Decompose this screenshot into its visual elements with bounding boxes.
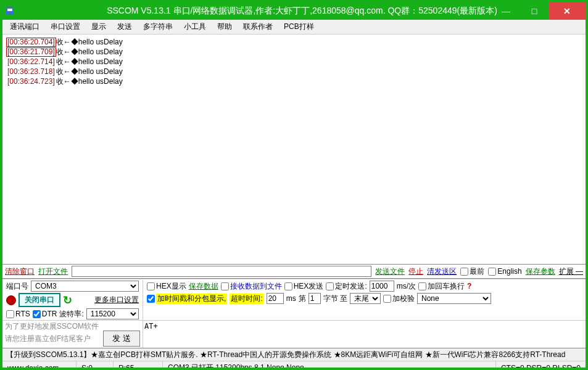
nth-byte-input[interactable] [308,293,321,304]
log-line: [00:36:20.704]收←◆hello usDelay [6,37,582,47]
expand-button[interactable]: 扩展 — [559,266,583,277]
timestamp-checkbox[interactable]: 加时间戳和分包显示, [147,294,227,304]
end-select[interactable]: 末尾 [350,293,381,304]
app-icon [5,6,15,16]
timer-interval-input[interactable] [370,281,394,292]
timer-send-checkbox[interactable]: 定时发送: [326,281,366,292]
menu-multistring[interactable]: 多字符串 [138,20,178,33]
status-com: COM3 已打开 115200bps,8,1,None,None [163,361,496,370]
hex-send-checkbox[interactable]: HEX发送 [284,281,324,292]
menu-contact[interactable]: 联系作者 [238,20,278,33]
baud-label: 波特率: [59,309,83,319]
timeout-input[interactable] [267,293,284,304]
settings-panel: 端口号 COM3 关闭串口 ↻ 更多串口设置 RTS DTR 波特率: 1152… [2,279,586,320]
baud-select[interactable]: 115200 [86,308,139,319]
log-line: [00:36:22.714]收←◆hello usDelay [6,57,582,67]
log-line: [00:36:23.718]收←◆hello usDelay [6,67,582,76]
rts-checkbox[interactable]: RTS [6,310,30,318]
more-settings-link[interactable]: 更多串口设置 [94,295,139,305]
save-data-button[interactable]: 保存数据 [189,281,218,292]
log-line: [00:36:24.723]收←◆hello usDelay [6,76,582,86]
close-port-button[interactable]: 关闭串口 [19,293,60,307]
port-label: 端口号 [6,281,28,292]
menu-tools[interactable]: 小工具 [179,20,211,33]
log-timestamp: [00:36:24.723] [6,77,56,86]
status-led-icon [6,295,16,305]
refresh-icon[interactable]: ↻ [63,294,72,307]
promo-note-1: 为了更好地发展SSCOM软件 [5,322,140,331]
help-icon[interactable]: ? [467,282,471,290]
clear-send-button[interactable]: 清发送区 [427,266,457,277]
log-timestamp: [00:36:21.709] [6,47,56,57]
hex-show-checkbox[interactable]: HEX显示 [147,281,186,292]
dtr-checkbox[interactable]: DTR [33,310,57,318]
tx-input[interactable]: AT+ [143,321,586,344]
save-params-button[interactable]: 保存参数 [526,266,555,277]
clear-window-button[interactable]: 清除窗口 [5,266,35,277]
timeout-unit: ms [286,294,296,303]
promo-note-2: 请您注册嘉立创F结尾客户 [5,334,103,343]
rx-to-file-checkbox[interactable]: 接收数据到文件 [221,281,282,292]
close-button[interactable]: ✕ [549,2,586,20]
stop-button[interactable]: 停止 [408,266,423,277]
log-timestamp: [00:36:22.714] [6,57,56,67]
toolbar: 清除窗口 打开文件 发送文件 停止 清发送区 最前 English 保存参数 扩… [2,264,586,279]
english-checkbox[interactable]: English [488,267,521,276]
statusbar: www.daxia.com S:0 R:65 COM3 已打开 115200bp… [2,361,586,370]
checksum-select[interactable]: None [417,293,491,304]
menu-send[interactable]: 发送 [112,20,137,33]
rx-console[interactable]: [00:36:20.704]收←◆hello usDelay[00:36:21.… [2,35,586,264]
maximize-button[interactable]: □ [520,2,549,20]
promo-bar: 【升级到SSCOM5.13.1】★嘉立创PCB打样SMT贴片服务. ★RT-Th… [2,348,586,361]
nth-suffix: 字节 至 [323,294,347,304]
checksum-checkbox[interactable]: 加校验 [383,294,415,304]
menu-serial-settings[interactable]: 串口设置 [46,20,85,33]
file-path-input[interactable] [72,266,371,277]
log-line: [00:36:21.709]收←◆hello usDelay [6,47,582,57]
menubar: 通讯端口 串口设置 显示 发送 多字符串 小工具 帮助 联系作者 PCB打样 [2,20,586,35]
send-area: 为了更好地发展SSCOM软件 请您注册嘉立创F结尾客户 发 送 AT+ [2,320,586,348]
menu-help[interactable]: 帮助 [212,20,237,33]
send-button[interactable]: 发 送 [103,331,140,347]
nth-prefix: 第 [299,294,306,304]
status-lines: CTS=0 DSR=0 RLSD=0 [496,361,586,370]
status-sent: S:0 [77,361,114,370]
timer-unit: ms/次 [397,281,416,292]
minimize-button[interactable]: — [492,2,520,20]
log-timestamp: [00:36:20.704] [6,38,56,47]
port-select[interactable]: COM3 [31,281,139,292]
menu-display[interactable]: 显示 [86,20,111,33]
status-site[interactable]: www.daxia.com [2,361,77,370]
log-timestamp: [00:36:23.718] [6,67,56,76]
menu-port[interactable]: 通讯端口 [5,20,44,33]
timeout-label: 超时时间: [230,294,263,304]
open-file-button[interactable]: 打开文件 [38,266,68,277]
topmost-checkbox[interactable]: 最前 [460,266,484,277]
status-recv: R:65 [114,361,163,370]
titlebar: SSCOM V5.13.1 串口/网络数据调试器,作者:大虾丁丁,2618058… [2,2,586,20]
svg-rect-1 [7,9,12,11]
send-file-button[interactable]: 发送文件 [375,266,405,277]
menu-pcb[interactable]: PCB打样 [279,20,319,33]
crlf-checkbox[interactable]: 加回车换行 [418,281,465,292]
